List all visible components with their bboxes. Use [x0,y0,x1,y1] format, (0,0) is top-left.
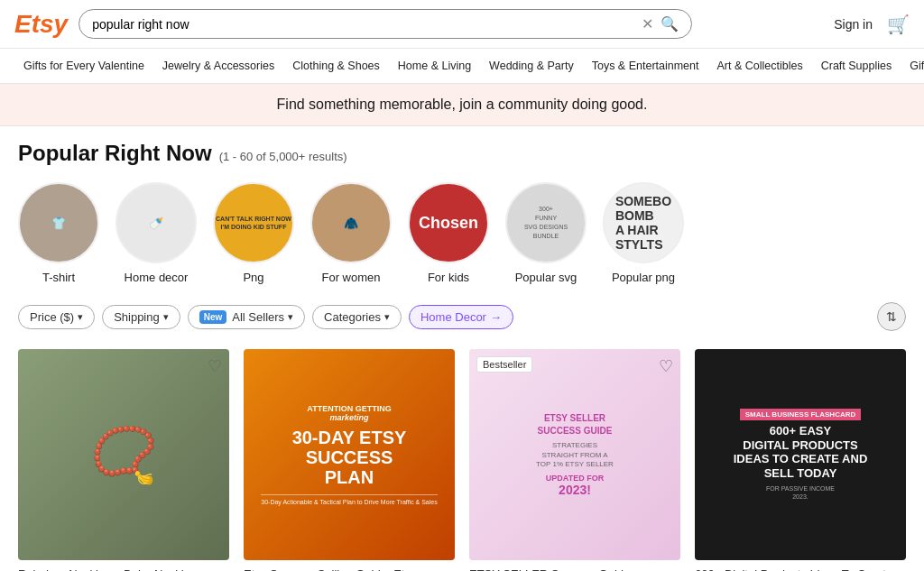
search-bar: ✕ 🔍 [79,9,692,39]
category-popularsvg[interactable]: 300+FUNNYSVG DESIGNS BUNDLE Popular svg [505,182,587,284]
category-label-forkids: For kids [428,271,469,284]
category-homedecor[interactable]: 🍼 Home decor [116,182,197,284]
price-chevron-icon: ▾ [78,311,83,323]
category-label-homedecor: Home decor [125,271,189,284]
category-forwomen[interactable]: 🧥 For women [310,182,392,284]
product-card-prod4[interactable]: SMALL BUSINESS FLASHCARD 600+ EASYDIGITA… [695,349,906,571]
category-circle-homedecor: 🍼 [116,182,197,263]
shipping-filter-label: Shipping [114,310,160,324]
filters-row: Price ($) ▾ Shipping ▾ New All Sellers ▾… [18,302,906,331]
products-grid: 📿 ♡ Raindrop Necklace, Boho Necklace, Bo… [18,349,906,571]
product-card-prod3[interactable]: ETSY SELLERSUCCESS GUIDE STRATEGIESSTRAI… [469,349,680,571]
category-circle-popularsvg: 300+FUNNYSVG DESIGNS BUNDLE [505,182,587,263]
wishlist-btn[interactable]: ♡ [659,356,673,376]
categories-row: 👕 T-shirt 🍼 Home decor CAN'T TALK RIGHT … [18,182,906,284]
category-circle-tshirt: 👕 [18,182,99,263]
product-title: ETSY SELLER Success Guide, Strategies Fo… [469,567,680,571]
category-label-popularpng: Popular png [612,271,675,284]
category-circle-forkids: Chosen [408,182,489,263]
wishlist-btn[interactable]: ♡ [208,356,222,376]
categories-label: Categories [324,310,381,324]
nav-item-wedding---party[interactable]: Wedding & Party [480,56,583,76]
sort-btn[interactable]: ⇅ [877,302,906,331]
categories-filter-btn[interactable]: Categories ▾ [312,305,402,329]
category-tshirt[interactable]: 👕 T-shirt [18,182,99,284]
active-filter-arrow: → [490,310,502,324]
shipping-filter-btn[interactable]: Shipping ▾ [102,305,180,329]
nav-item-craft-supplies[interactable]: Craft Supplies [812,56,901,76]
category-label-png: Png [243,271,263,284]
nav-item-gifts-for-every-valentine[interactable]: Gifts for Every Valentine [14,56,153,76]
banner: Find something memorable, join a communi… [0,84,924,126]
category-label-popularsvg: Popular svg [515,271,578,284]
product-title: Etsy Success Selling Guide, Etsy Busines… [244,567,455,571]
bestseller-overlay-badge: Bestseller [476,356,532,373]
header-actions: Sign in 🛒 [834,14,910,35]
product-image-prod4: SMALL BUSINESS FLASHCARD 600+ EASYDIGITA… [695,349,906,560]
product-card-prod2[interactable]: ATTENTION GETTINGmarketing 30-DAY ETSYSU… [244,349,455,571]
category-forkids[interactable]: Chosen For kids [408,182,489,284]
nav-item-clothing---shoes[interactable]: Clothing & Shoes [283,56,389,76]
product-image-prod3: ETSY SELLERSUCCESS GUIDE STRATEGIESSTRAI… [469,349,680,560]
sign-in-link[interactable]: Sign in [834,17,873,32]
category-circle-forwomen: 🧥 [310,182,392,263]
page-title-row: Popular Right Now (1 - 60 of 5,000+ resu… [18,141,906,166]
nav-item-jewelry---accessories[interactable]: Jewelry & Accessories [153,56,283,76]
nav-item-toys---entertainment[interactable]: Toys & Entertainment [583,56,708,76]
clear-search-icon[interactable]: ✕ [642,15,653,32]
product-title: 600+ Digital Products Ideas To Create An… [695,567,906,571]
product-image-prod2: ATTENTION GETTINGmarketing 30-DAY ETSYSU… [244,349,455,560]
active-filter-btn[interactable]: Home Decor → [409,305,513,329]
product-image-prod1: 📿 ♡ [18,349,229,560]
category-label-forwomen: For women [321,271,380,284]
page-title: Popular Right Now [18,141,212,166]
main-content: Popular Right Now (1 - 60 of 5,000+ resu… [0,126,924,571]
all-sellers-label: All Sellers [232,310,284,324]
new-badge: New [199,310,227,324]
category-circle-png: CAN'T TALK RIGHT NOWI'M DOING KID STUFF [213,182,294,263]
active-filter-label: Home Decor [420,310,486,324]
cart-icon[interactable]: 🛒 [887,14,910,35]
header: Etsy ✕ 🔍 Sign in 🛒 [0,0,924,49]
product-card-prod1[interactable]: 📿 ♡ Raindrop Necklace, Boho Necklace, Bo… [18,349,229,571]
category-popularpng[interactable]: SOMEBOBOMBA HAIRSTYLTS Popular png [603,182,684,284]
price-filter-label: Price ($) [30,310,74,324]
category-png[interactable]: CAN'T TALK RIGHT NOWI'M DOING KID STUFF … [213,182,294,284]
sellers-chevron-icon: ▾ [288,311,293,323]
price-filter-btn[interactable]: Price ($) ▾ [18,305,95,329]
result-count: (1 - 60 of 5,000+ results) [219,150,347,163]
main-nav: Gifts for Every ValentineJewelry & Acces… [0,49,924,84]
nav-item-gifts---gift-cards[interactable]: Gifts & Gift Cards [901,56,924,76]
nav-item-art---collectibles[interactable]: Art & Collectibles [708,56,812,76]
category-circle-popularpng: SOMEBOBOMBA HAIRSTYLTS [603,182,684,263]
search-input[interactable] [92,17,634,32]
etsy-logo[interactable]: Etsy [14,10,68,39]
product-title: Raindrop Necklace, Boho Necklace, Bohemi… [18,567,229,571]
categories-chevron-icon: ▾ [384,311,390,323]
shipping-chevron-icon: ▾ [163,311,169,323]
search-icon[interactable]: 🔍 [661,15,679,32]
nav-item-home---living[interactable]: Home & Living [389,56,480,76]
category-label-tshirt: T-shirt [42,271,75,284]
sort-icon: ⇅ [886,309,897,324]
all-sellers-filter-btn[interactable]: New All Sellers ▾ [188,305,305,329]
banner-text: Find something memorable, join a communi… [277,97,648,112]
